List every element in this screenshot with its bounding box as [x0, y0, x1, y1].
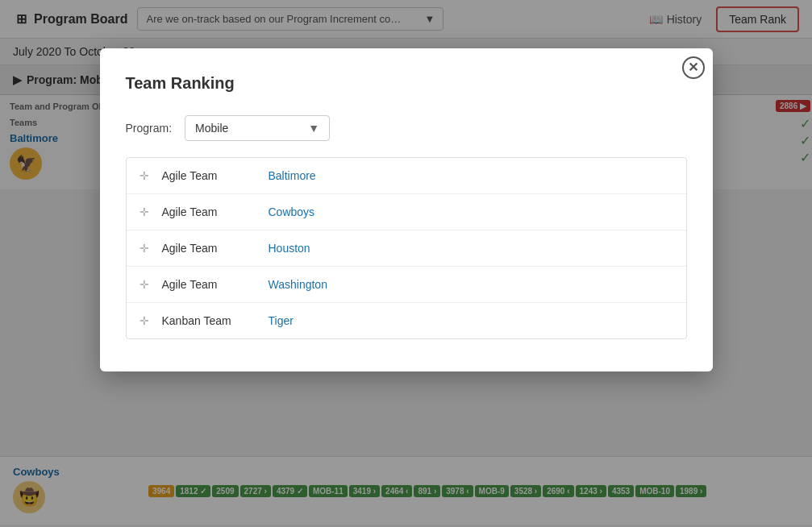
modal-close-button[interactable]: ✕ [682, 56, 705, 79]
modal-program-row: Program: Mobile ▼ [126, 115, 687, 141]
team-name: Tiger [269, 314, 294, 327]
team-name: Houston [269, 242, 310, 255]
drag-handle-icon: ✛ [139, 242, 149, 255]
team-type: Agile Team [162, 205, 259, 218]
select-arrow-icon: ▼ [308, 122, 319, 135]
team-list-row[interactable]: ✛ Agile Team Houston [127, 230, 686, 267]
close-icon: ✕ [688, 61, 698, 74]
drag-handle-icon: ✛ [139, 278, 149, 291]
team-type: Agile Team [162, 242, 259, 255]
modal-title: Team Ranking [126, 74, 687, 93]
team-list-row[interactable]: ✛ Agile Team Washington [127, 267, 686, 303]
team-type: Agile Team [162, 169, 259, 182]
team-list-row[interactable]: ✛ Agile Team Baltimore [127, 158, 686, 194]
drag-handle-icon: ✛ [139, 205, 149, 218]
team-type: Kanban Team [162, 314, 259, 327]
team-type: Agile Team [162, 278, 259, 291]
team-list-row[interactable]: ✛ Agile Team Cowboys [127, 194, 686, 230]
team-name: Cowboys [269, 205, 315, 218]
team-name: Washington [269, 278, 327, 291]
program-label: Program: [126, 122, 173, 135]
team-list-row[interactable]: ✛ Kanban Team Tiger [127, 303, 686, 338]
team-name: Baltimore [269, 169, 316, 182]
program-select[interactable]: Mobile ▼ [185, 115, 330, 141]
drag-handle-icon: ✛ [139, 169, 149, 182]
team-list: ✛ Agile Team Baltimore ✛ Agile Team Cowb… [126, 157, 687, 339]
drag-handle-icon: ✛ [139, 314, 149, 327]
modal-backdrop[interactable]: ✕ Team Ranking Program: Mobile ▼ ✛ Agile… [0, 0, 812, 527]
program-select-value: Mobile [195, 122, 228, 135]
team-ranking-modal: ✕ Team Ranking Program: Mobile ▼ ✛ Agile… [100, 48, 713, 371]
